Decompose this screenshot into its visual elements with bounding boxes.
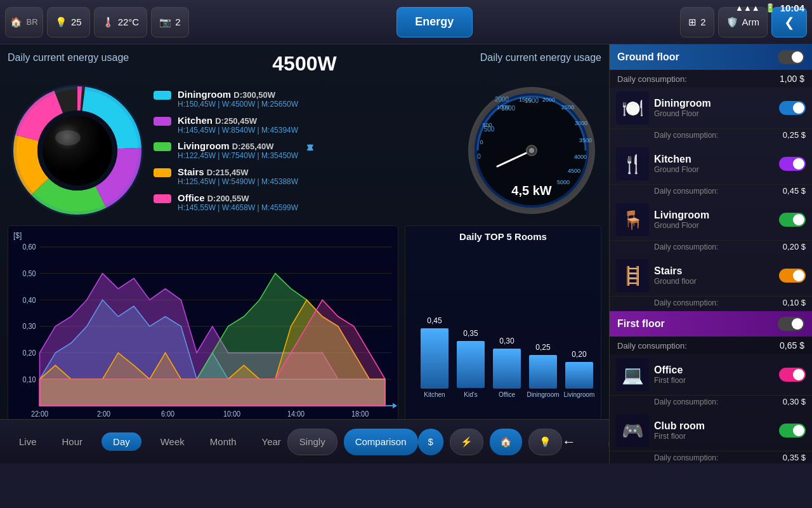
kitchen-info: Kitchen Ground Floor (654, 154, 774, 174)
top-section: Diningroom D:300,50W H:150,45W | W:4500W… (8, 81, 601, 220)
stairs-info: Stairs Ground floor (654, 265, 774, 286)
temperature-button[interactable]: 🌡️ 22°C (94, 7, 148, 37)
legend-scroll-down-button[interactable]: ▼ (304, 141, 316, 154)
nav-month-button[interactable]: Month (204, 432, 243, 451)
office-floor: First floor (654, 376, 774, 385)
office-name: Office (654, 364, 774, 376)
legend: Diningroom D:300,50W H:150,45W | W:4500W… (154, 81, 455, 220)
livingroom-icon: 🪑 (616, 203, 649, 236)
diningroom-toggle[interactable] (779, 101, 806, 115)
livingroom-consumption: Daily consumption: 0,20 $ (610, 241, 812, 255)
battery-icon: 🔋 (765, 3, 775, 13)
clubroom-icon: 🎮 (616, 414, 649, 447)
time-nav-group: Live Hour Day Week Month Year (13, 432, 287, 451)
diningroom-info: Diningroom Ground Floor (654, 98, 774, 118)
home-icon: 🏠 (10, 17, 22, 28)
first-floor-toggle[interactable] (778, 317, 804, 331)
kitchen-consumption-value: 0,45 $ (783, 186, 806, 196)
clubroom-name: Club room (654, 420, 774, 432)
diningroom-name: Diningroom (654, 98, 774, 109)
clubroom-consumption-label: Daily consumption: (654, 453, 718, 462)
legend-text-kitchen: Kitchen D:250,45W H:145,45W | W:8540W | … (178, 115, 298, 135)
svg-text:0: 0 (477, 153, 481, 160)
legend-text-office: Office D:200,55W H:145,55W | W:4658W | M… (178, 192, 298, 212)
comparison-button[interactable]: Comparison (344, 429, 418, 455)
svg-text:Office: Office (499, 391, 515, 398)
office-toggle[interactable] (779, 368, 806, 382)
home-unit-button[interactable]: 🏠 (490, 429, 522, 455)
status-bar: ▲▲▲ 🔋 10:04 (735, 3, 804, 13)
lights-button[interactable]: 💡 25 (47, 7, 90, 37)
view-mode-group: Singly Comparison (287, 429, 418, 455)
svg-rect-60 (421, 328, 449, 389)
svg-text:0,60: 0,60 (22, 243, 36, 251)
legend-item-diningroom: Diningroom D:300,50W H:150,45W | W:4500W… (154, 89, 455, 109)
office-icon: 💻 (616, 358, 649, 391)
camera-button[interactable]: 📷 2 (151, 7, 188, 37)
dollar-button[interactable]: $ (418, 429, 443, 455)
stairs-toggle[interactable] (779, 269, 806, 283)
clubroom-toggle[interactable] (779, 424, 806, 438)
chevron-left-icon: ❮ (784, 15, 795, 30)
kitchen-toggle[interactable] (779, 157, 806, 171)
stairs-consumption: Daily consumption: 0,10 $ (610, 297, 812, 311)
donut-svg (8, 81, 147, 220)
kitchen-floor: Ground Floor (654, 165, 774, 174)
svg-point-31 (529, 148, 534, 153)
legend-item-office: Office D:200,55W H:145,55W | W:4658W | M… (154, 192, 455, 212)
svg-text:4000: 4000 (574, 154, 587, 160)
energy-right-title: Daily current energy usage (480, 52, 601, 64)
stairs-consumption-value: 0,10 $ (783, 298, 806, 307)
legend-color-kitchen (154, 117, 171, 126)
energy-button[interactable]: Energy (396, 7, 473, 37)
nav-week-button[interactable]: Week (154, 432, 191, 451)
bolt-button[interactable]: ⚡ (450, 429, 483, 455)
nav-hour-button[interactable]: Hour (56, 432, 89, 451)
camera-icon: 📷 (159, 17, 171, 28)
svg-text:10:00: 10:00 (223, 410, 240, 418)
windows-button[interactable]: ⊞ 2 (680, 7, 714, 37)
svg-text:0,20: 0,20 (572, 350, 587, 359)
bulb-unit-button[interactable]: 💡 (528, 429, 562, 455)
svg-text:0,10: 0,10 (22, 375, 36, 384)
svg-text:1500: 1500 (519, 97, 532, 103)
nav-year-button[interactable]: Year (256, 432, 287, 451)
svg-rect-68 (565, 362, 593, 389)
legend-text-livingroom: Livingroom D:265,40W H:122,45W | W:7540W… (178, 140, 298, 160)
ground-daily-value: 1,00 $ (780, 74, 804, 84)
first-floor-daily: Daily consumption: 0,65 $ (610, 337, 812, 354)
gauge-value: 4,5 kW (511, 184, 551, 198)
ground-floor-toggle[interactable] (778, 50, 804, 64)
svg-text:0,45: 0,45 (427, 316, 442, 325)
svg-text:0,20: 0,20 (22, 349, 36, 357)
line-chart: [$] 0,60 0,50 0,40 0,30 (8, 225, 398, 429)
energy-header: Daily current energy usage 4500W Daily c… (8, 52, 601, 76)
left-panel: Daily current energy usage 4500W Daily c… (0, 44, 609, 464)
nav-day-button[interactable]: Day (102, 432, 141, 451)
svg-text:0,25: 0,25 (535, 343, 551, 352)
livingroom-toggle[interactable] (779, 213, 806, 227)
room-kitchen: 🍴 Kitchen Ground Floor (610, 144, 812, 185)
first-daily-label: Daily consumption: (617, 341, 687, 351)
stairs-icon: 🪜 (616, 259, 649, 292)
room-livingroom: 🪑 Livingroom Ground Floor (610, 199, 812, 241)
dollar-icon: $ (428, 436, 433, 447)
stairs-consumption-label: Daily consumption: (654, 298, 718, 307)
sys-back-button[interactable]: ← (562, 434, 576, 450)
home-button[interactable]: 🏠 BR (5, 7, 43, 37)
bar-chart: Daily TOP 5 Rooms 0,45 0,35 0,30 0,25 (405, 225, 601, 429)
office-info: Office First floor (654, 364, 774, 385)
nav-live-button[interactable]: Live (13, 432, 43, 451)
diningroom-consumption-value: 0,25 $ (783, 130, 806, 140)
singly-button[interactable]: Singly (287, 429, 337, 455)
office-consumption-label: Daily consumption: (654, 398, 718, 406)
diningroom-icon: 🍽️ (616, 91, 649, 124)
livingroom-floor: Ground Floor (654, 221, 774, 230)
sys-home-button[interactable]: ⌂ (608, 434, 609, 450)
gauge: 0 500 1000 1500 2000 0 500 1000 1500 200… (462, 81, 601, 220)
ground-daily-label: Daily consumption: (617, 74, 687, 84)
ground-floor-daily: Daily consumption: 1,00 $ (610, 70, 812, 88)
first-floor-label: First floor (617, 318, 665, 330)
bottom-bar: Live Hour Day Week Month Year Singly Com… (0, 419, 609, 464)
room-clubroom: 🎮 Club room First floor (610, 410, 812, 451)
